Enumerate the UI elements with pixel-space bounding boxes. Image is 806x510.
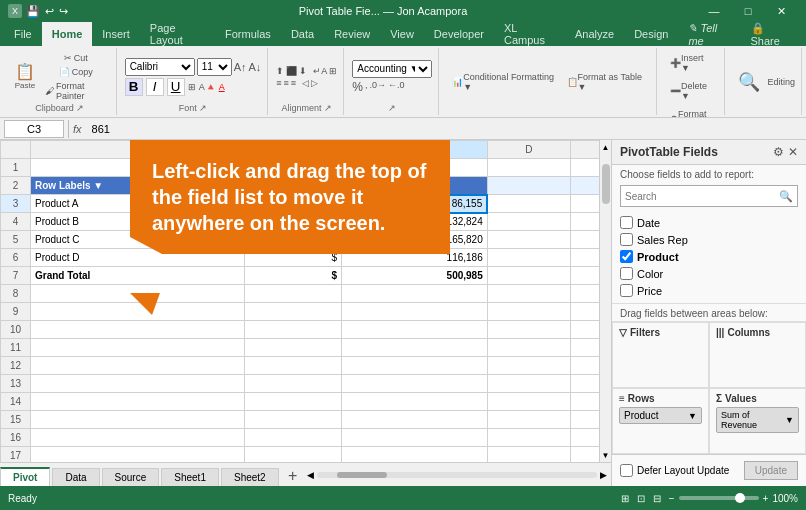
- save-icon[interactable]: 💾: [26, 5, 40, 18]
- pivot-search-box[interactable]: 🔍: [620, 185, 798, 207]
- merge-cells-icon[interactable]: ⊞: [329, 66, 337, 76]
- tab-developer[interactable]: Developer: [424, 22, 494, 46]
- increase-decimal-icon[interactable]: .0→: [370, 80, 387, 94]
- vertical-scrollbar[interactable]: ▲ ▼: [599, 140, 611, 462]
- font-size-select[interactable]: 11: [197, 58, 232, 76]
- cell-c7[interactable]: 500,985: [342, 267, 488, 285]
- cell-d5[interactable]: [487, 231, 570, 249]
- zoom-slider[interactable]: [679, 496, 759, 500]
- tab-home[interactable]: Home: [42, 22, 93, 46]
- pivot-area-filters[interactable]: ▽ Filters: [612, 322, 709, 388]
- search-button[interactable]: 🔍: [733, 68, 765, 96]
- pivot-area-columns[interactable]: ||| Columns: [709, 322, 806, 388]
- defer-layout-checkbox[interactable]: [620, 464, 633, 477]
- decrease-font-icon[interactable]: A↓: [248, 61, 261, 73]
- conditional-formatting-button[interactable]: 📊 Conditional Formatting ▼: [447, 69, 559, 95]
- cell-b7[interactable]: $: [245, 267, 342, 285]
- percent-icon[interactable]: %: [352, 80, 363, 94]
- pivot-field-date-checkbox[interactable]: [620, 216, 633, 229]
- fill-color-icon[interactable]: A🔺: [199, 82, 216, 92]
- align-middle-icon[interactable]: ⬛: [286, 66, 297, 76]
- pivot-field-product-checkbox[interactable]: [620, 250, 633, 263]
- font-family-select[interactable]: Calibri: [125, 58, 195, 76]
- close-button[interactable]: ✕: [766, 0, 798, 22]
- pivot-field-color-checkbox[interactable]: [620, 267, 633, 280]
- col-header-d[interactable]: D: [487, 141, 570, 159]
- undo-icon[interactable]: ↩: [45, 5, 54, 18]
- align-center-icon[interactable]: ≡: [284, 78, 289, 88]
- paste-button[interactable]: 📋 Paste: [10, 61, 40, 93]
- sheet-tab-source[interactable]: Source: [102, 468, 160, 486]
- tab-analyze[interactable]: Analyze: [565, 22, 624, 46]
- formula-input[interactable]: [88, 123, 802, 135]
- align-top-icon[interactable]: ⬆: [276, 66, 284, 76]
- scroll-up-button[interactable]: ▲: [600, 140, 611, 154]
- delete-button[interactable]: ➖ Delete ▼: [665, 78, 718, 104]
- name-box[interactable]: [4, 120, 64, 138]
- scroll-down-button[interactable]: ▼: [600, 448, 611, 462]
- sheet-tab-pivot[interactable]: Pivot: [0, 467, 50, 486]
- decrease-decimal-icon[interactable]: ←.0: [388, 80, 405, 94]
- wrap-text-icon[interactable]: ↵A: [313, 66, 327, 76]
- tab-view[interactable]: View: [380, 22, 424, 46]
- pivot-rows-product-dropdown-icon[interactable]: ▼: [688, 411, 697, 421]
- cell-d6[interactable]: [487, 249, 570, 267]
- zoom-out-icon[interactable]: −: [669, 493, 675, 504]
- underline-button[interactable]: U: [167, 78, 185, 96]
- scroll-left-button[interactable]: ◀: [307, 470, 314, 480]
- scroll-thumb[interactable]: [602, 164, 610, 204]
- tab-formulas[interactable]: Formulas: [215, 22, 281, 46]
- view-pagebreak-icon[interactable]: ⊟: [653, 493, 661, 504]
- tab-pagelayout[interactable]: Page Layout: [140, 22, 215, 46]
- pivot-field-price-checkbox[interactable]: [620, 284, 633, 297]
- redo-icon[interactable]: ↪: [59, 5, 68, 18]
- cell-a7[interactable]: Grand Total: [31, 267, 245, 285]
- align-bottom-icon[interactable]: ⬇: [299, 66, 307, 76]
- tab-tellme[interactable]: ✎ Tell me: [678, 22, 740, 46]
- tab-insert[interactable]: Insert: [92, 22, 140, 46]
- cell-d2[interactable]: [487, 177, 570, 195]
- border-icon[interactable]: ⊞: [188, 82, 196, 92]
- pivot-rows-product-item[interactable]: Product ▼: [619, 407, 702, 424]
- tab-design[interactable]: Design: [624, 22, 678, 46]
- increase-font-icon[interactable]: A↑: [234, 61, 247, 73]
- scroll-right-button[interactable]: ▶: [600, 470, 607, 480]
- cell-d4[interactable]: [487, 213, 570, 231]
- pivot-close-icon[interactable]: ✕: [788, 145, 798, 159]
- sheet-tab-sheet1[interactable]: Sheet1: [161, 468, 219, 486]
- maximize-button[interactable]: □: [732, 0, 764, 22]
- format-button[interactable]: ⚙ Format ▼: [665, 106, 718, 118]
- cell-d7[interactable]: [487, 267, 570, 285]
- tab-share[interactable]: 🔒 Share: [741, 22, 803, 46]
- cell-d1[interactable]: [487, 159, 570, 177]
- cell-d3[interactable]: [487, 195, 570, 213]
- update-button[interactable]: Update: [744, 461, 798, 480]
- pivot-area-rows[interactable]: ≡ Rows Product ▼: [612, 388, 709, 454]
- pivot-settings-icon[interactable]: ⚙: [773, 145, 784, 159]
- tab-review[interactable]: Review: [324, 22, 380, 46]
- tab-file[interactable]: File: [4, 22, 42, 46]
- hscroll-thumb[interactable]: [337, 472, 387, 478]
- format-painter-button[interactable]: 🖌Format Painter: [42, 80, 110, 102]
- sheet-tab-sheet2[interactable]: Sheet2: [221, 468, 279, 486]
- copy-button[interactable]: 📄Copy: [42, 66, 110, 78]
- insert-button[interactable]: ➕ Insert ▼: [665, 50, 718, 76]
- comma-icon[interactable]: ,: [365, 80, 368, 94]
- horizontal-scrollbar[interactable]: ◀ ▶: [303, 463, 611, 486]
- italic-button[interactable]: I: [146, 78, 164, 96]
- add-sheet-button[interactable]: +: [283, 466, 303, 486]
- pivot-area-values[interactable]: Σ Values Sum of Revenue ▼: [709, 388, 806, 454]
- indent-decrease-icon[interactable]: ◁: [302, 78, 309, 88]
- tab-data[interactable]: Data: [281, 22, 324, 46]
- pivot-values-revenue-dropdown-icon[interactable]: ▼: [785, 415, 794, 425]
- number-format-select[interactable]: Accounting ▼: [352, 60, 432, 78]
- indent-increase-icon[interactable]: ▷: [311, 78, 318, 88]
- cut-button[interactable]: ✂Cut: [42, 52, 110, 64]
- bold-button[interactable]: B: [125, 78, 143, 96]
- minimize-button[interactable]: —: [698, 0, 730, 22]
- font-color-icon[interactable]: A: [219, 82, 225, 92]
- pivot-field-salesrep-checkbox[interactable]: [620, 233, 633, 246]
- format-as-table-button[interactable]: 📋 Format as Table ▼: [562, 69, 651, 95]
- zoom-in-icon[interactable]: +: [763, 493, 769, 504]
- pivot-search-input[interactable]: [625, 191, 779, 202]
